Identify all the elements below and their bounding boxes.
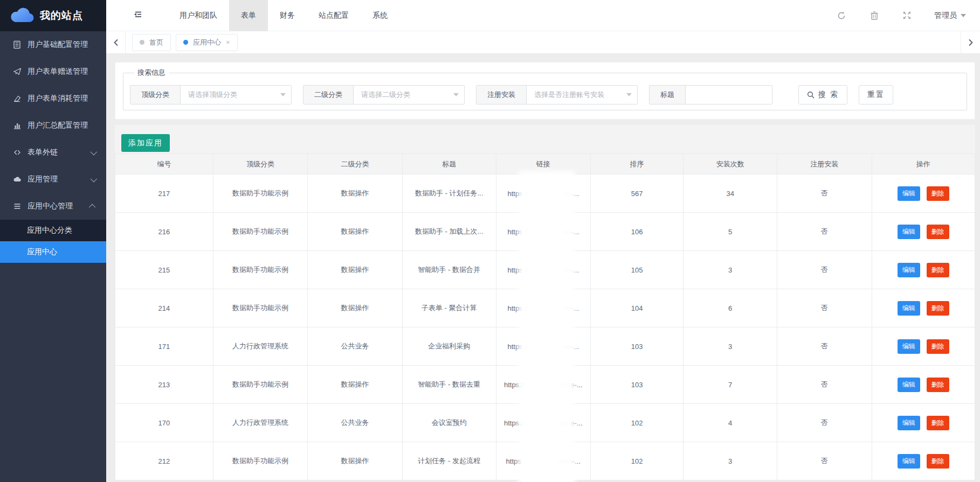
link-prefix: https://	[507, 228, 528, 236]
top-nav-users-teams[interactable]: 用户和团队	[168, 0, 229, 31]
tags-scroll-left-button[interactable]	[106, 31, 126, 54]
chevron-down-icon	[626, 93, 632, 96]
cell-sub-category: 数据操作	[308, 289, 402, 327]
register-install-label: 注册安装	[477, 86, 527, 104]
sidebar-item-user-summary[interactable]: 用户汇总配置管理	[0, 112, 106, 139]
add-app-button[interactable]: 添加应用	[121, 134, 170, 152]
link-redacted	[528, 267, 563, 273]
delete-button[interactable]: 删除	[927, 339, 949, 354]
col-actions: 操作	[872, 154, 975, 174]
top-nav-finance[interactable]: 财务	[268, 0, 307, 31]
close-tab-icon[interactable]: ×	[226, 39, 230, 46]
apps-table: 编号 顶级分类 二级分类 标题 链接 排序 安装次数 注册安装 操作	[115, 153, 975, 480]
link-redacted	[525, 382, 560, 387]
brand: 我的站点	[0, 0, 106, 31]
tab-home[interactable]: 首页	[132, 34, 171, 51]
menu-list-icon	[13, 202, 22, 211]
sidebar-item-app-center[interactable]: 应用中心	[0, 241, 106, 263]
sidebar-item-user-base-config[interactable]: 用户基础配置管理	[0, 31, 106, 58]
user-name: 管理员	[934, 11, 957, 20]
chevron-right-icon	[968, 39, 974, 46]
delete-button[interactable]: 删除	[927, 301, 949, 316]
title-input[interactable]	[686, 86, 772, 104]
top-nav-system[interactable]: 系统	[361, 0, 399, 31]
tab-app-center[interactable]: 应用中心 ×	[176, 34, 238, 51]
sidebar-item-label: 用户基础配置管理	[27, 40, 95, 50]
search-button-label: 搜 索	[818, 90, 839, 100]
sidebar-item-app-center-category[interactable]: 应用中心分类	[0, 220, 106, 241]
trash-button[interactable]	[870, 11, 879, 20]
sidebar-item-app-center-management[interactable]: 应用中心管理	[0, 193, 106, 220]
tab-dot-icon	[140, 40, 144, 45]
cloud-icon	[13, 175, 22, 184]
delete-button[interactable]: 删除	[927, 416, 949, 430]
nav-tab-label: 用户和团队	[180, 11, 217, 20]
edit-button[interactable]: 编辑	[898, 301, 920, 316]
table-row: 215 数据助手功能示例 数据操作 智能助手 - 数据合并 https://ne…	[115, 251, 975, 289]
delete-button[interactable]: 删除	[927, 454, 949, 469]
sidebar-item-label: 应用中心管理	[27, 201, 91, 211]
cell-actions: 编辑 删除	[872, 366, 975, 404]
cell-link: https://ne-...	[496, 213, 590, 251]
cell-registered: 否	[777, 174, 872, 213]
sidebar: 我的站点 用户基础配置管理 用户表单赠送管理 用户表单消耗管理 用户汇总配置管理	[0, 0, 106, 482]
cell-sort: 103	[590, 327, 683, 366]
cell-sub-category: 数据操作	[308, 366, 402, 404]
link-redacted	[523, 458, 557, 464]
sidebar-collapse-button[interactable]	[132, 11, 143, 20]
delete-button[interactable]: 删除	[927, 186, 949, 201]
table-row: 212 数据助手功能示例 数据操作 计划任务 - 发起流程 https:nlin…	[115, 442, 975, 480]
edit-button[interactable]: 编辑	[898, 454, 920, 469]
reset-button[interactable]: 重置	[859, 85, 893, 104]
refresh-button[interactable]	[837, 11, 846, 20]
cell-link: https://nline-...	[496, 366, 590, 404]
col-sort: 排序	[590, 154, 683, 174]
collapse-menu-icon	[132, 11, 143, 20]
search-button[interactable]: 搜 索	[798, 85, 847, 104]
edit-button[interactable]: 编辑	[898, 378, 920, 392]
delete-button[interactable]: 删除	[927, 225, 949, 239]
sidebar-item-app-management[interactable]: 应用管理	[0, 166, 106, 193]
top-nav-forms[interactable]: 表单	[229, 0, 268, 31]
edit-button[interactable]: 编辑	[898, 186, 920, 201]
nav-tab-label: 站点配置	[319, 11, 349, 20]
edit-button[interactable]: 编辑	[898, 263, 920, 277]
top-category-select[interactable]: 请选择顶级分类	[181, 86, 291, 104]
link-redacted	[528, 305, 563, 311]
submenu-item-label: 应用中心	[27, 247, 57, 257]
table-header-row: 编号 顶级分类 二级分类 标题 链接 排序 安装次数 注册安装 操作	[115, 154, 975, 174]
cell-top-category: 人力行政管理系统	[213, 327, 307, 366]
chevron-down-icon	[961, 14, 966, 17]
tags-scroll-right-button[interactable]	[961, 31, 980, 54]
user-menu[interactable]: 管理员	[934, 11, 966, 20]
sidebar-item-form-consume[interactable]: 用户表单消耗管理	[0, 85, 106, 112]
register-install-select[interactable]: 选择是否注册账号安装	[527, 86, 637, 104]
cell-sub-category: 数据操作	[308, 174, 402, 213]
cell-id: 170	[115, 404, 213, 442]
delete-button[interactable]: 删除	[927, 378, 949, 392]
edit-button[interactable]: 编辑	[898, 225, 920, 239]
paper-plane-icon	[13, 67, 22, 76]
table-body: 217 数据助手功能示例 数据操作 数据助手 - 计划任务... https:/…	[115, 174, 975, 480]
col-link: 链接	[496, 154, 590, 174]
sub-category-select[interactable]: 请选择二级分类	[354, 86, 464, 104]
sidebar-item-form-links[interactable]: 表单外链	[0, 139, 106, 166]
top-nav-site-config[interactable]: 站点配置	[307, 0, 361, 31]
cell-id: 213	[115, 366, 213, 404]
chevron-down-icon	[453, 93, 459, 96]
edit-button[interactable]: 编辑	[898, 339, 920, 354]
cell-top-category: 数据助手功能示例	[213, 442, 307, 480]
page-content: 搜索信息 顶级分类 请选择顶级分类 二级分类 请选择	[106, 54, 980, 482]
search-row: 顶级分类 请选择顶级分类 二级分类 请选择二级分类	[130, 85, 960, 104]
delete-button[interactable]: 删除	[927, 263, 949, 277]
select-placeholder: 请选择顶级分类	[188, 90, 237, 100]
cell-registered: 否	[777, 251, 872, 289]
table-row: 170 人力行政管理系统 公共业务 会议室预约 https://nline-..…	[115, 404, 975, 442]
edit-button[interactable]: 编辑	[898, 416, 920, 430]
app-root: 我的站点 用户基础配置管理 用户表单赠送管理 用户表单消耗管理 用户汇总配置管理	[0, 0, 980, 482]
link-prefix: https://	[504, 419, 525, 427]
link-suffix: nline-...	[560, 419, 583, 427]
sidebar-item-form-gift[interactable]: 用户表单赠送管理	[0, 58, 106, 85]
link-icon	[13, 148, 22, 157]
fullscreen-button[interactable]	[902, 11, 912, 20]
